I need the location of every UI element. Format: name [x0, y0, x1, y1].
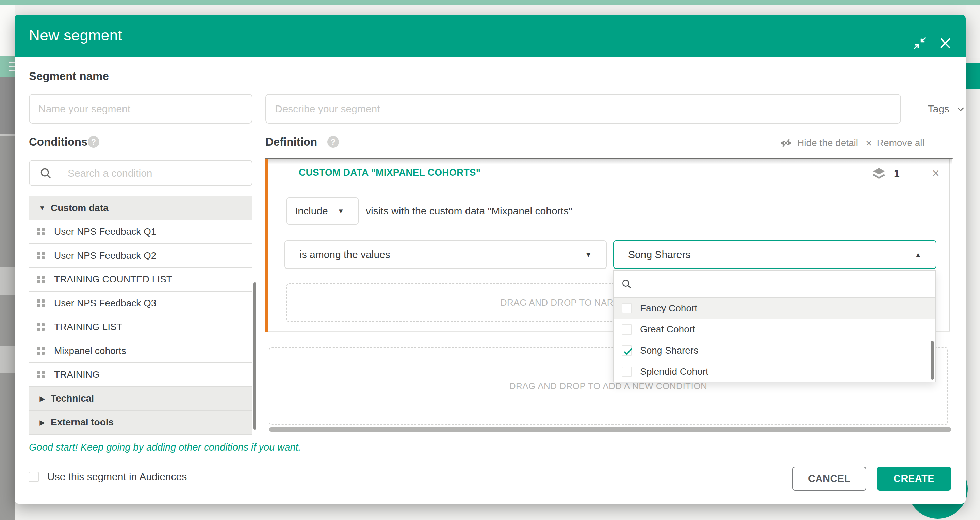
help-icon[interactable]: ?: [327, 136, 339, 148]
scroll-shadow: [266, 159, 952, 164]
condition-card-meta: 1 ×: [872, 167, 940, 179]
condition-search-box: [29, 160, 253, 186]
include-select[interactable]: Include ▼: [286, 197, 359, 224]
group-technical[interactable]: ▶ Technical: [29, 387, 252, 411]
list-item[interactable]: User NPS Feedback Q2: [29, 244, 252, 268]
operator-value: is among the values: [299, 249, 390, 260]
segment-name-input[interactable]: [29, 94, 253, 124]
group-custom-data[interactable]: ▼ Custom data: [29, 196, 252, 220]
dropdown-option[interactable]: Song Sharers: [614, 340, 935, 361]
list-item[interactable]: TRAINING LIST: [29, 315, 252, 339]
condition-caption: visits with the custom data "Mixpanel co…: [366, 197, 572, 224]
hide-detail-button[interactable]: Hide the detail: [780, 137, 858, 148]
segment-description-input[interactable]: [266, 94, 901, 124]
list-item[interactable]: User NPS Feedback Q3: [29, 292, 252, 315]
tags-label: Tags: [928, 103, 950, 114]
checkbox-icon[interactable]: [622, 324, 632, 334]
list-item-label: TRAINING: [54, 369, 100, 380]
drag-handle-icon[interactable]: [37, 371, 47, 378]
dropdown-option[interactable]: Fancy Cohort: [614, 298, 935, 319]
condition-card-title: CUSTOM DATA "MIXPANEL COHORTS": [299, 167, 480, 178]
conditions-label: Conditions: [29, 135, 88, 148]
close-icon[interactable]: [939, 37, 952, 51]
list-item[interactable]: TRAINING: [29, 363, 252, 387]
dropdown-option[interactable]: Splendid Cohort: [614, 361, 935, 382]
value-select[interactable]: Song Sharers ▲: [613, 240, 937, 269]
drag-handle-icon[interactable]: [37, 299, 47, 307]
audiences-option: Use this segment in Audiences: [29, 471, 187, 483]
sidebar-sliver: [0, 76, 14, 520]
caret-down-icon: ▼: [337, 207, 344, 215]
caret-down-icon: ▼: [585, 251, 592, 259]
layer-count: 1: [894, 167, 900, 179]
drag-handle-icon[interactable]: [37, 228, 47, 235]
list-item-label: User NPS Feedback Q2: [54, 250, 156, 261]
drag-handle-icon[interactable]: [37, 252, 47, 259]
checkbox-icon[interactable]: [622, 367, 632, 377]
list-item-label: TRAINING LIST: [54, 321, 123, 332]
drag-handle-icon[interactable]: [37, 347, 47, 355]
drag-handle-icon[interactable]: [37, 276, 47, 283]
chevron-down-icon: [956, 104, 966, 114]
segment-name-label: Segment name: [29, 70, 109, 83]
audiences-checkbox-label: Use this segment in Audiences: [47, 471, 187, 483]
condition-accent-bar: [265, 159, 268, 332]
collapse-icon[interactable]: [912, 36, 927, 52]
remove-all-button[interactable]: × Remove all: [865, 137, 924, 148]
sidebar-item: [0, 267, 14, 295]
page-right-sliver: [966, 5, 980, 58]
search-condition-input[interactable]: [68, 167, 238, 179]
remove-all-label: Remove all: [877, 137, 924, 148]
create-button[interactable]: CREATE: [877, 467, 951, 491]
group-external-tools[interactable]: ▶ External tools: [29, 411, 252, 434]
hide-detail-label: Hide the detail: [797, 137, 858, 148]
dropdown-option[interactable]: Great Cohort: [614, 319, 935, 340]
list-item-label: Mixpanel cohorts: [54, 345, 126, 356]
list-item[interactable]: User NPS Feedback Q1: [29, 220, 252, 244]
layers-icon[interactable]: [872, 167, 886, 179]
help-icon[interactable]: ?: [88, 136, 99, 148]
triangle-collapsed-icon: ▶: [34, 418, 51, 426]
modal-title: New segment: [29, 27, 123, 44]
list-item[interactable]: TRAINING COUNTED LIST: [29, 268, 252, 292]
definition-toolbar: Hide the detail × Remove all: [780, 135, 924, 150]
dropzone-text: DRAG AND DROP TO NAR: [287, 284, 614, 321]
eye-slash-icon: [780, 138, 792, 148]
cancel-button[interactable]: CANCEL: [792, 467, 866, 491]
hint-message: Good start! Keep going by adding other c…: [29, 442, 301, 453]
page-header-sliver: [0, 5, 14, 56]
checkbox-icon[interactable]: [622, 303, 632, 313]
operator-select[interactable]: is among the values ▼: [285, 240, 607, 269]
option-label: Fancy Cohort: [640, 303, 697, 314]
dropdown-search-row[interactable]: [614, 270, 935, 298]
audiences-checkbox[interactable]: [29, 472, 39, 482]
option-label: Great Cohort: [640, 324, 695, 335]
list-item[interactable]: Mixpanel cohorts: [29, 339, 252, 363]
drag-handle-icon[interactable]: [37, 323, 47, 331]
list-item-label: User NPS Feedback Q3: [54, 298, 156, 309]
remove-condition-icon[interactable]: ×: [932, 167, 940, 179]
sidebar-item: [0, 347, 14, 373]
x-icon: ×: [865, 137, 872, 148]
sidebar-divider: [0, 134, 14, 137]
group-label: External tools: [51, 417, 114, 428]
page-top-strip: [0, 0, 980, 5]
value-select-value: Song Sharers: [628, 249, 690, 260]
checkbox-checked-icon[interactable]: [622, 345, 632, 356]
horizontal-scrollbar[interactable]: [269, 428, 951, 431]
group-label: Custom data: [51, 202, 108, 213]
sidebar-item: [0, 76, 14, 134]
vertical-scrollbar[interactable]: [253, 283, 256, 430]
value-dropdown-panel: Fancy Cohort Great Cohort Song Sharers S…: [613, 270, 936, 382]
list-item-label: TRAINING COUNTED LIST: [54, 274, 172, 285]
triangle-collapsed-icon: ▶: [34, 395, 51, 402]
new-segment-modal: New segment Segment name Tags Conditions…: [14, 14, 966, 504]
hamburger-menu-button[interactable]: [0, 56, 14, 76]
vertical-scrollbar[interactable]: [931, 341, 934, 380]
condition-list: ▼ Custom data User NPS Feedback Q1 User …: [29, 196, 252, 434]
tags-dropdown[interactable]: Tags: [910, 94, 966, 124]
include-value: Include: [295, 205, 328, 217]
definition-label: Definition: [266, 135, 317, 148]
list-item-label: User NPS Feedback Q1: [54, 226, 156, 237]
triangle-expanded-icon: ▼: [34, 204, 51, 211]
